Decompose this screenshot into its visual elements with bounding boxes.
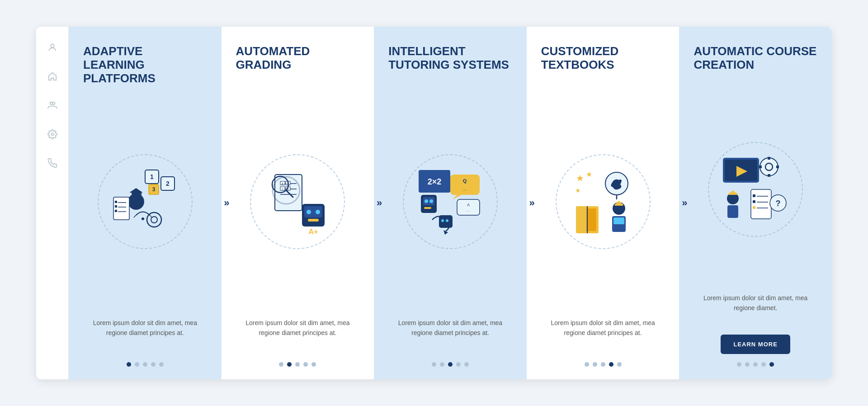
svg-rect-94 [753,194,755,197]
dot [135,362,139,367]
dot [761,362,766,367]
card-1-dots [83,362,207,367]
card-3-dots [388,362,512,367]
dot [311,362,316,367]
card-intelligent-tutoring: INTELLIGENT TUTORING SYSTEMS 2×2 [374,27,527,379]
card-automated-grading: AUTOMATED GRADING A B [222,27,374,379]
dot-active [609,362,613,367]
card-4-illustration: ★ ★ ★ [541,93,665,311]
dot [303,362,308,367]
svg-text:Q: Q [463,178,467,184]
svg-text:3: 3 [152,186,155,193]
svg-rect-90 [751,189,771,219]
dot [295,362,300,367]
card-2-description: Lorem ipsum dolor sit dim amet, mea regi… [236,318,360,354]
dot [432,362,436,367]
sidebar [36,27,69,379]
settings-icon[interactable] [45,127,60,142]
svg-text:★: ★ [576,173,584,183]
card-2-title: AUTOMATED GRADING [236,45,360,85]
phone-icon[interactable] [45,156,60,170]
user-icon[interactable] [45,40,60,55]
dot [456,362,461,367]
svg-text:...: ... [467,208,470,212]
card-5-title: AUTOMATIC COURSE CREATION [693,45,817,85]
svg-rect-11 [141,192,142,196]
dot [159,362,164,367]
chevron-3: » [529,197,535,209]
svg-marker-88 [728,190,737,194]
card-1-illustration: 1 2 [83,93,207,311]
svg-rect-51 [424,207,431,209]
card-3-illustration: 2×2 Q ... A [388,93,512,311]
card-1-title: ADAPTIVE LEARNING PLATFORMS [83,45,207,85]
svg-rect-18 [115,210,117,212]
svg-rect-74 [613,217,624,224]
card-5-illustration: ? [693,93,817,286]
people-icon[interactable] [45,98,60,113]
dot [753,362,758,367]
svg-marker-53 [453,195,462,199]
svg-text:1: 1 [150,173,154,180]
svg-text:...: ... [463,187,467,191]
svg-rect-69 [578,208,586,231]
dot [143,362,147,367]
svg-point-61 [441,219,444,222]
svg-rect-56 [457,199,480,215]
home-icon[interactable] [45,69,60,84]
card-4-description: Lorem ipsum dolor sit dim amet, mea regi… [541,318,665,354]
dot [745,362,750,367]
chevron-4: » [682,197,687,209]
svg-marker-76 [614,201,623,205]
svg-rect-84 [759,165,762,168]
card-customized-textbooks: CUSTOMIZED TEXTBOOKS ★ ★ ★ [527,27,679,379]
dot [593,362,597,367]
svg-text:A+: A+ [309,228,318,236]
svg-rect-12 [113,197,129,220]
chevron-2: » [377,197,382,209]
svg-rect-52 [450,175,480,195]
chevron-1: » [224,197,229,209]
svg-text:2×2: 2×2 [428,177,442,186]
dot-active [127,362,131,367]
dot [440,362,444,367]
svg-text:★: ★ [575,187,581,194]
svg-text:2: 2 [166,180,170,187]
svg-point-2 [52,102,55,105]
card-2-dots [236,362,360,367]
dot [601,362,605,367]
card-2-illustration: A B 1 2 [236,93,360,311]
svg-text:A: A [467,203,470,207]
dot-active [448,362,453,367]
svg-point-41 [307,210,311,214]
svg-rect-95 [753,200,755,203]
svg-text:1: 1 [282,188,283,191]
svg-point-62 [446,219,448,222]
svg-rect-85 [776,165,779,168]
dot [617,362,622,367]
svg-text:?: ? [776,199,781,208]
svg-point-49 [425,199,428,203]
learn-more-button[interactable]: LEARN MORE [721,335,790,354]
svg-point-21 [142,217,144,220]
dot [279,362,283,367]
svg-point-3 [51,133,54,136]
svg-rect-83 [768,174,770,177]
svg-rect-89 [727,205,738,218]
svg-rect-82 [768,157,770,160]
dot [737,362,741,367]
svg-point-0 [51,44,54,47]
cards-container: ADAPTIVE LEARNING PLATFORMS 1 2 [69,27,832,379]
svg-point-42 [316,210,320,214]
svg-point-20 [151,217,157,223]
svg-rect-60 [439,215,453,228]
svg-text:★: ★ [586,170,592,178]
card-4-title: CUSTOMIZED TEXTBOOKS [541,45,665,85]
dot [151,362,156,367]
main-container: ADAPTIVE LEARNING PLATFORMS 1 2 [36,27,832,379]
svg-point-8 [128,194,144,210]
svg-rect-44 [308,219,319,222]
dot [585,362,589,367]
card-5-dots [693,362,817,367]
svg-rect-17 [115,205,117,208]
